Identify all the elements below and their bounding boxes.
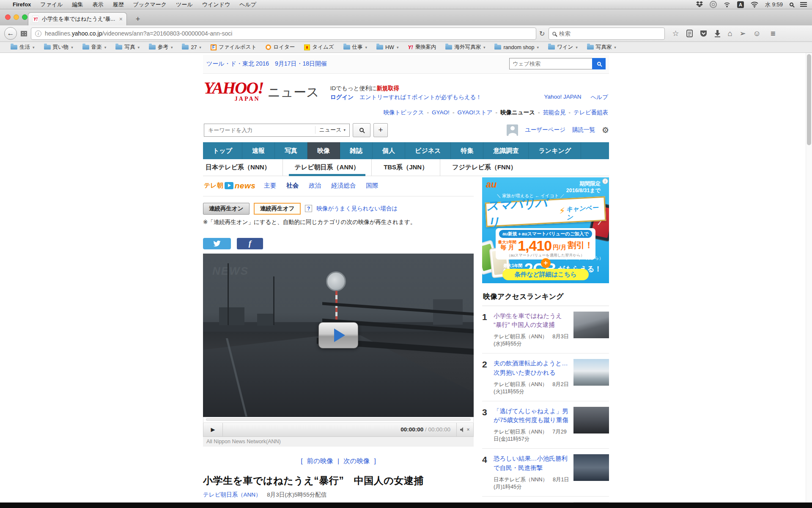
browser-tab[interactable]: Y! 小学生を車ではねたうえ“暴... × [28,12,127,25]
bookmark-folder-sankou[interactable]: 参考▾ [144,44,178,51]
add-search-button[interactable]: + [373,123,388,137]
bookmark-transit[interactable]: Y!乗換案内 [403,44,441,51]
channel-tab-nnn[interactable]: 日本テレビ系（NNN） [203,159,283,176]
tab-close-icon[interactable]: × [119,16,123,22]
ranking-link[interactable]: 夫の飲酒運転止めようと…次男抱いた妻ひかれる [494,360,568,376]
service-link-geino[interactable]: 芸能会見 [543,109,566,116]
ranking-thumbnail[interactable] [573,359,609,386]
nav-tab-kojin[interactable]: 個人 [373,142,405,159]
play-button-overlay[interactable] [318,322,358,348]
autoplay-off-button[interactable]: 連続再生オフ [254,203,301,215]
register-link[interactable]: 新規取得 [376,85,399,91]
downloads-icon[interactable] [714,30,721,37]
tab-groups-icon[interactable] [21,31,27,36]
page-scrollbar[interactable] [806,53,812,502]
progress-track[interactable] [206,418,471,421]
nav-tab-ranking[interactable]: ランキング [529,142,581,159]
input-source-icon[interactable]: A [737,1,744,8]
bookmark-folder-hw[interactable]: HW▾ [372,44,403,50]
ranking-link[interactable]: 恐ろしい結果…小池氏勝利で自民・民進衝撃 [494,455,568,471]
bookmark-folder-shigoto[interactable]: 仕事▾ [339,44,372,51]
category-keizai[interactable]: 経済総合 [331,182,356,190]
nav-tab-sokuhou[interactable]: 速報 [242,142,275,159]
nav-tab-tokushuu[interactable]: 特集 [451,142,483,159]
new-tab-button[interactable]: + [132,15,144,24]
bookmark-folder-randomshop[interactable]: random shop▾ [490,44,543,50]
reload-button[interactable]: ↻ [539,30,545,38]
nav-tab-eizou[interactable]: 映像 [307,142,340,159]
channel-tab-jnn[interactable]: TBS系（JNN） [372,159,440,176]
menu-window[interactable]: ウインドウ [202,1,230,8]
search-category-dropdown[interactable]: ニュース▾ [315,126,346,134]
send-tab-icon[interactable]: ➢ [739,30,746,37]
wifi-icon[interactable] [751,2,758,8]
nav-tab-business[interactable]: ビジネス [405,142,451,159]
menu-firefox[interactable]: Firefox [13,1,31,8]
site-info-icon[interactable]: i [35,30,41,37]
category-kokusai[interactable]: 国際 [366,182,378,190]
menu-clock[interactable]: 水 9:59 [765,1,783,8]
menu-history[interactable]: 履歴 [113,1,124,8]
bookmark-folder-27[interactable]: 27▾ [177,44,206,50]
bookmark-folder-shashin[interactable]: 写真▾ [111,44,144,51]
ranking-link[interactable]: 小学生を車ではねたうえ“暴行” 中国人の女逮捕 [494,312,562,329]
prev-video-link[interactable]: 前の映像 [307,457,333,464]
menu-bookmarks[interactable]: ブックマーク [133,1,167,8]
news-search-button[interactable] [353,123,370,137]
ranking-thumbnail[interactable] [573,312,609,338]
nav-tab-shashin[interactable]: 写真 [275,142,307,159]
bookmark-folder-seikatsu[interactable]: 生活▾ [6,44,39,51]
service-logo-news[interactable]: ニュース [268,84,319,101]
ranking-thumbnail[interactable] [573,502,609,502]
service-link-topics[interactable]: 映像トピックス [384,109,424,116]
browser-search-input[interactable] [559,30,661,37]
category-seiji[interactable]: 政治 [309,182,321,190]
bookmark-folder-kaigai[interactable]: 海外写真家▾ [441,44,490,51]
window-zoom-button[interactable] [22,14,27,20]
nav-tab-zasshi[interactable]: 雑誌 [340,142,373,159]
user-avatar[interactable] [507,124,518,136]
channel-tab-fnn[interactable]: フジテレビ系（FNN） [440,159,529,176]
progress-strip[interactable] [203,417,474,423]
keyword-input[interactable] [208,127,315,133]
spotlight-icon[interactable] [790,3,793,6]
menu-edit[interactable]: 編集 [72,1,83,8]
login-link[interactable]: ログイン [330,94,354,100]
pocket-icon[interactable] [700,30,707,37]
yahoo-japan-link[interactable]: Yahoo! JAPAN [544,94,582,101]
keyword-search-box[interactable]: ニュース▾ [204,124,350,137]
creative-cloud-icon[interactable] [710,1,717,8]
service-link-tv-guide[interactable]: テレビ番組表 [573,109,608,116]
service-link-video-news[interactable]: 映像ニュース [500,109,535,116]
bookmark-star-icon[interactable]: ☆ [672,30,679,37]
ranking-thumbnail[interactable] [573,454,609,481]
channel-tab-ann[interactable]: テレビ朝日系（ANN） [283,159,372,176]
facebook-share-button[interactable]: f [237,238,263,249]
au-campaign-ad[interactable]: i au 期間限定2016/8/31まで ＼ 家族が増えると ← イイコト ／ … [482,177,609,283]
next-video-link[interactable]: 次の映像 [343,457,370,464]
mute-button[interactable]: × [456,423,473,436]
bookmark-folder-ongaku[interactable]: 音楽▾ [78,44,111,51]
category-shuyou[interactable]: 主要 [264,182,276,190]
extension-smiley-icon[interactable]: ☺ [753,30,761,37]
bookmark-times[interactable]: タイムズ [299,44,338,51]
category-shakai[interactable]: 社会 [286,182,299,190]
bookmark-folder-wine[interactable]: ワイン▾ [543,44,582,51]
playback-trouble-link[interactable]: 映像がうまく見られない場合は [316,205,398,213]
twitter-share-button[interactable] [203,238,231,249]
bookmark-folder-kaimono[interactable]: 買い物▾ [39,44,78,51]
web-search-input[interactable] [509,58,592,69]
nav-tab-ishiki[interactable]: 意識調査 [483,142,529,159]
menu-hamburger-icon[interactable]: ≡ [771,29,776,39]
help-link[interactable]: ヘルプ [591,94,608,101]
url-bar[interactable]: i headlines.yahoo.co.jp/videonews/ann?a=… [31,28,536,40]
menu-file[interactable]: ファイル [40,1,63,8]
nav-tab-top[interactable]: トップ [203,142,242,159]
ranking-link[interactable]: 「逃げてんじゃねえよ」男が75歳女性何度も蹴り重傷 [494,408,568,424]
video-frame[interactable]: NEWS [203,254,474,417]
yahoo-japan-logo[interactable]: YAHOO! JAPAN [204,80,263,102]
bookmark-folder-shashinka[interactable]: 写真家▾ [582,44,621,51]
window-close-button[interactable] [5,14,11,20]
tv-asahi-news-logo[interactable]: テレ朝 news [204,181,255,190]
menu-tools[interactable]: ツール [176,1,193,8]
